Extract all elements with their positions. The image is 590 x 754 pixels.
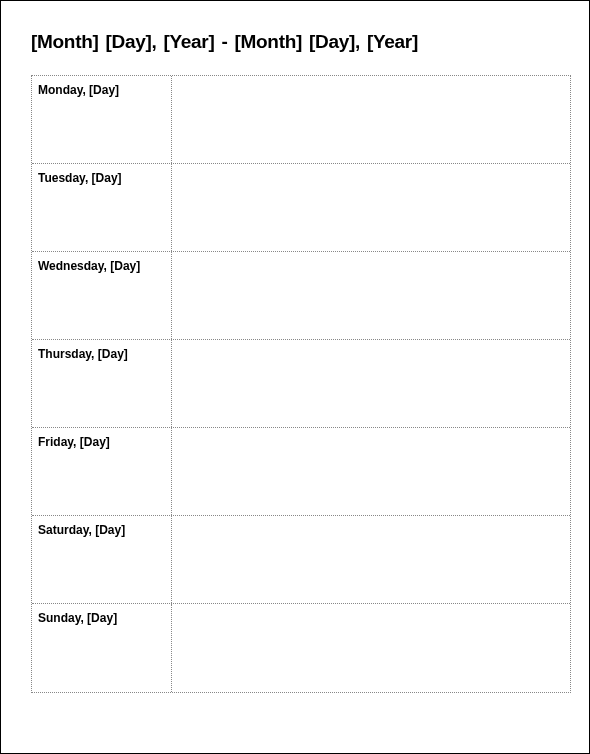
day-content-cell[interactable]: [172, 604, 570, 692]
day-row-tuesday: Tuesday, [Day]: [32, 164, 570, 252]
day-label-cell: Monday, [Day]: [32, 76, 172, 163]
day-label-cell: Thursday, [Day]: [32, 340, 172, 427]
day-content-cell[interactable]: [172, 516, 570, 603]
week-grid: Monday, [Day] Tuesday, [Day] Wednesday, …: [31, 75, 571, 693]
date-range-title: [Month] [Day], [Year] - [Month] [Day], […: [31, 31, 571, 53]
day-label-cell: Saturday, [Day]: [32, 516, 172, 603]
day-row-monday: Monday, [Day]: [32, 76, 570, 164]
day-label: Saturday, [Day]: [38, 523, 125, 537]
day-content-cell[interactable]: [172, 164, 570, 251]
day-row-sunday: Sunday, [Day]: [32, 604, 570, 692]
day-label: Sunday, [Day]: [38, 611, 117, 625]
day-content-cell[interactable]: [172, 428, 570, 515]
day-label-cell: Friday, [Day]: [32, 428, 172, 515]
day-label: Friday, [Day]: [38, 435, 110, 449]
day-content-cell[interactable]: [172, 252, 570, 339]
day-label: Tuesday, [Day]: [38, 171, 122, 185]
day-label-cell: Tuesday, [Day]: [32, 164, 172, 251]
day-label: Thursday, [Day]: [38, 347, 128, 361]
day-row-thursday: Thursday, [Day]: [32, 340, 570, 428]
day-label-cell: Wednesday, [Day]: [32, 252, 172, 339]
day-row-saturday: Saturday, [Day]: [32, 516, 570, 604]
day-row-friday: Friday, [Day]: [32, 428, 570, 516]
day-content-cell[interactable]: [172, 340, 570, 427]
day-label-cell: Sunday, [Day]: [32, 604, 172, 692]
day-row-wednesday: Wednesday, [Day]: [32, 252, 570, 340]
day-label: Monday, [Day]: [38, 83, 119, 97]
calendar-page: [Month] [Day], [Year] - [Month] [Day], […: [0, 0, 590, 754]
day-content-cell[interactable]: [172, 76, 570, 163]
day-label: Wednesday, [Day]: [38, 259, 140, 273]
